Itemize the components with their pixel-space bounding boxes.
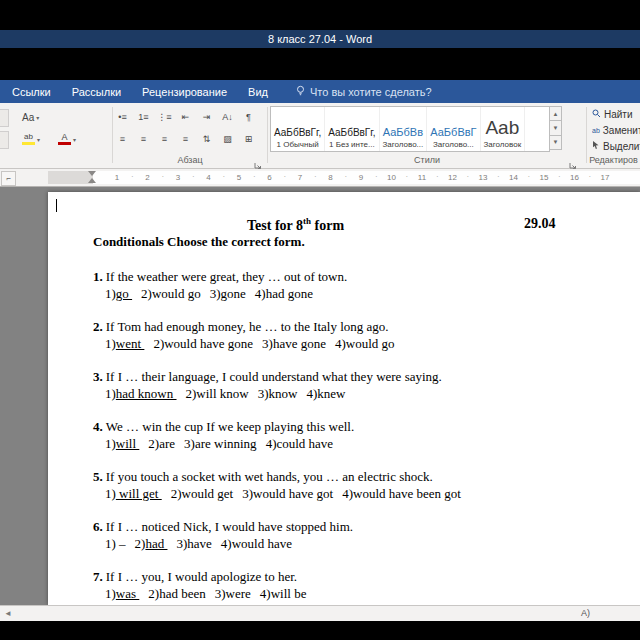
answer-option: 4)would have [221, 536, 292, 551]
horizontal-ruler[interactable]: 1·2·3·4·5·6·7·8·9·10·11·12·13·14·15·16·1… [0, 169, 640, 187]
justify-icon[interactable]: ≡ [176, 130, 195, 148]
decrease-indent-icon[interactable]: ⇤ [176, 108, 195, 126]
answer-option: 3)have [176, 536, 211, 551]
underlined-answer: go [116, 286, 132, 301]
letterbox-top [0, 0, 640, 30]
underlined-answer: had known [116, 386, 177, 401]
pilcrow-icon[interactable]: ¶ [239, 108, 258, 126]
question-block: 7.If I … you, I would apologize to her.1… [93, 568, 632, 602]
ruler-tick: · [436, 172, 439, 181]
paragraph-dialog-launcher-icon[interactable] [254, 156, 263, 165]
ruler-number: 15 [540, 173, 549, 182]
underlined-answer: had [145, 536, 167, 551]
tell-me-box[interactable]: Что вы хотите сделать? [295, 85, 432, 98]
gallery-up-icon[interactable]: ▲ [549, 106, 562, 121]
find-button[interactable]: Найти [592, 108, 640, 121]
borders-icon[interactable]: ⊞ [239, 130, 258, 148]
chevron-down-icon: ▾ [37, 136, 40, 143]
text-highlight-button[interactable]: ab ▾ [22, 130, 40, 148]
ribbon: Aa▾ ab ▾ А ▾ •≡ 1≡ ⋮≡ ⇤ [0, 103, 640, 169]
style-item-title[interactable]: Аab Заголовок [481, 107, 526, 151]
ruler-number: 17 [601, 173, 610, 182]
questions-list: 1.If the weather were great, they … out … [93, 268, 632, 605]
gallery-more-icon[interactable]: ▼ [549, 136, 562, 150]
font-tool-icon[interactable] [0, 109, 9, 127]
screen: 8 класс 27.04 - Word Ссылки Рассылки Рец… [0, 0, 640, 640]
tab-review[interactable]: Рецензирование [142, 86, 227, 98]
question-number: 4. [93, 419, 103, 434]
underlined-answer: went [116, 336, 145, 351]
tab-selector[interactable]: ⌐ [1, 171, 16, 186]
chevron-down-icon: ▾ [36, 114, 39, 121]
bullets-icon[interactable]: •≡ [113, 108, 132, 126]
ruler-tick: · [405, 172, 408, 181]
ruler-tick: · [588, 172, 591, 181]
underlined-answer: will get [116, 486, 162, 501]
underlined-answer: will [116, 436, 139, 451]
shading-icon[interactable]: ▨ [218, 130, 237, 148]
document-area: Test for 8th form 29.04 Conditionals Cho… [0, 187, 640, 605]
styles-group: АаБбВвГг, 1 Обычный АаБбВвГг, 1 Без инте… [268, 103, 586, 168]
paragraph-group: •≡ 1≡ ⋮≡ ⇤ ⇥ А↓ ¶ ≡ ≡ ≡ ≡ ⇅ ▨ ⊞ Абзац [113, 103, 267, 168]
ruler-number: 9 [359, 173, 363, 182]
underlined-answer: was [116, 586, 139, 601]
numbering-icon[interactable]: 1≡ [134, 108, 153, 126]
ruler-tick: · [192, 172, 195, 181]
align-left-icon[interactable]: ≡ [113, 130, 132, 148]
multilevel-list-icon[interactable]: ⋮≡ [155, 108, 174, 126]
font-color-bar [58, 142, 71, 145]
doc-title: Test for 8th form [247, 216, 344, 234]
ruler-number: 11 [418, 173, 426, 182]
hanging-indent-marker[interactable] [88, 178, 96, 183]
status-indicator: А) [581, 608, 590, 618]
style-item-heading2[interactable]: АаБбВвГ Заголово... [427, 107, 480, 151]
ruler-tick: · [497, 172, 500, 181]
style-item-no-spacing[interactable]: АаБбВвГг, 1 Без инте... [325, 107, 379, 151]
window-titlebar: 8 класс 27.04 - Word [0, 30, 640, 48]
letterbox-bottom [0, 621, 640, 640]
question-number: 5. [93, 469, 103, 484]
style-item-normal[interactable]: АаБбВвГг, 1 Обычный [271, 107, 325, 151]
answer-option: 4)would go [335, 336, 395, 351]
answer-options: 1)had known 2)will know3)know4)knew [93, 385, 632, 402]
scroll-left-arrow-icon[interactable]: ◄ [4, 609, 12, 618]
page[interactable]: Test for 8th form 29.04 Conditionals Cho… [48, 192, 640, 605]
chevron-down-icon: ▾ [73, 136, 76, 143]
tab-mailings[interactable]: Рассылки [72, 86, 121, 98]
answer-option: 1)went [105, 336, 144, 351]
ruler-tick: · [314, 172, 317, 181]
increase-indent-icon[interactable]: ⇥ [197, 108, 216, 126]
status-bar: ◄ А) [0, 605, 640, 621]
question-number: 2. [93, 319, 103, 334]
sort-icon[interactable]: А↓ [218, 108, 237, 126]
align-center-icon[interactable]: ≡ [134, 130, 153, 148]
ruler-number: 5 [237, 173, 241, 182]
change-case-button[interactable]: Aa▾ [22, 108, 39, 126]
ruler-number: 8 [328, 173, 332, 182]
align-right-icon[interactable]: ≡ [155, 130, 174, 148]
tab-view[interactable]: Вид [248, 86, 268, 98]
select-button[interactable]: Выделить [592, 140, 640, 153]
question-block: 6.If I … noticed Nick, I would have stop… [93, 518, 632, 552]
font-tool-icon[interactable] [0, 131, 9, 149]
question-text: 2.If Tom had enough money, he … to the I… [93, 318, 632, 335]
line-spacing-icon[interactable]: ⇅ [197, 130, 216, 148]
answer-option: 2)would get [171, 486, 233, 501]
ruler-number: 2 [145, 173, 149, 182]
ruler-tick: · [558, 172, 561, 181]
styles-dialog-launcher-icon[interactable] [569, 156, 578, 165]
ruler-number: 13 [479, 173, 488, 182]
first-line-indent-marker[interactable] [88, 171, 96, 176]
gallery-down-icon[interactable]: ▼ [549, 121, 562, 135]
cursor-arrow-icon [592, 141, 600, 152]
answer-option: 2)will know [186, 386, 249, 401]
question-text: 1.If the weather were great, they … out … [93, 268, 632, 285]
font-color-button[interactable]: А ▾ [58, 130, 76, 148]
question-number: 3. [93, 369, 103, 384]
ruler-number: 1 [115, 173, 119, 182]
style-item-heading1[interactable]: АаБбВв Заголово... [380, 107, 428, 151]
answer-option: 1)had known [105, 386, 177, 401]
replace-button[interactable]: ab Заменить [592, 124, 640, 137]
question-block: 2.If Tom had enough money, he … to the I… [93, 318, 632, 352]
tab-references[interactable]: Ссылки [12, 86, 51, 98]
